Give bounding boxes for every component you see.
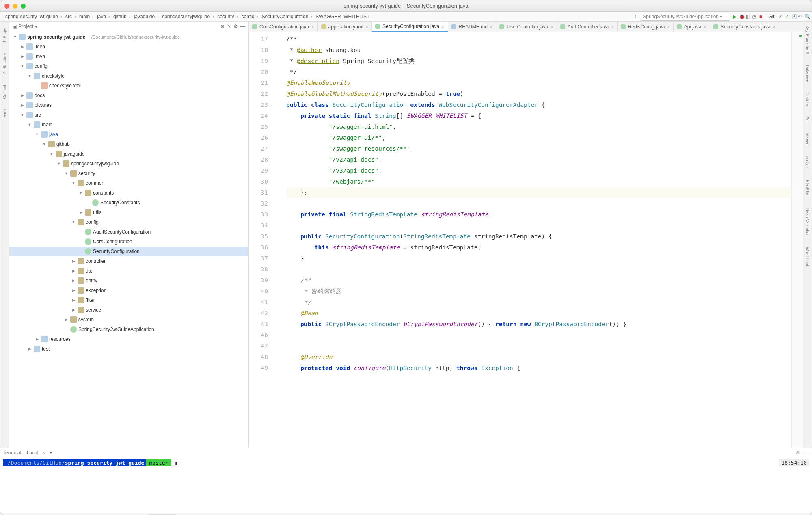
terminal-tab-local[interactable]: Local [27, 450, 39, 456]
expand-arrow-icon[interactable]: ▶ [20, 103, 25, 107]
tree-row[interactable]: ▼constants [9, 188, 248, 198]
collapse-icon[interactable]: ⇲ [227, 24, 231, 29]
tree-row[interactable]: ▼security [9, 169, 248, 178]
tree-row[interactable]: ▶filter [9, 295, 248, 305]
tree-row[interactable]: ▼checkstyle [9, 71, 248, 81]
debug-icon[interactable]: 🐞 [739, 14, 743, 19]
tree-row[interactable]: ▶system [9, 315, 248, 325]
expand-arrow-icon[interactable]: ▶ [71, 269, 76, 273]
settings-icon[interactable]: ⊕ [220, 24, 225, 29]
breadcrumb-item[interactable]: spring-security-jwt-guide [4, 14, 64, 19]
breadcrumb-item[interactable]: SWAGGER_WHITELIST [314, 14, 374, 19]
right-tool[interactable]: Codota [805, 93, 810, 106]
gear-icon[interactable]: ⚙ [233, 24, 238, 29]
editor-tab[interactable]: README.md× [448, 22, 497, 32]
vcs-revert-icon[interactable]: ↶ [798, 14, 802, 19]
run-icon[interactable]: ▶ [732, 14, 736, 19]
coverage-icon[interactable]: ◧ [745, 14, 749, 19]
terminal-hide-icon[interactable]: — [804, 450, 809, 456]
tree-row[interactable]: ▶entity [9, 276, 248, 286]
stop-icon[interactable]: ■ [758, 14, 762, 19]
tree-row[interactable]: ▶exception [9, 286, 248, 295]
close-tab-icon[interactable]: × [366, 24, 368, 29]
code-editor[interactable]: /** * @author shuang.kou * @description … [282, 32, 791, 448]
tree-row[interactable]: ▶controller [9, 256, 248, 266]
build-icon[interactable]: ⤸ [633, 14, 637, 19]
expand-arrow-icon[interactable]: ▶ [20, 54, 25, 58]
tree-row[interactable]: ▶docs [9, 91, 248, 100]
expand-arrow-icon[interactable]: ▶ [35, 337, 39, 341]
expand-arrow-icon[interactable]: ▼ [42, 142, 47, 146]
right-tool[interactable]: Maven [805, 133, 810, 145]
editor-tab[interactable]: application.yaml× [318, 22, 372, 32]
breadcrumb-item[interactable]: springsecurityjwtguide [160, 14, 216, 19]
expand-arrow-icon[interactable]: ▶ [20, 45, 25, 49]
expand-arrow-icon[interactable]: ▼ [64, 171, 69, 175]
profile-icon[interactable]: ◔ [752, 14, 756, 19]
run-config-select[interactable]: SpringSecurityJwtGuideApplication ▾ [640, 13, 730, 21]
expand-arrow-icon[interactable]: ▶ [27, 347, 32, 351]
breadcrumb-item[interactable]: src [64, 14, 78, 19]
tree-row[interactable]: checkstyle.xml [9, 81, 248, 91]
tree-row[interactable]: ▼src [9, 110, 248, 120]
vcs-update-icon[interactable]: ✓ [778, 14, 782, 19]
expand-arrow-icon[interactable]: ▼ [20, 64, 25, 68]
tree-row[interactable]: ▼java [9, 130, 248, 139]
expand-arrow-icon[interactable]: ▼ [56, 162, 61, 166]
expand-arrow-icon[interactable]: ▶ [71, 298, 76, 302]
vcs-history-icon[interactable]: 🕘 [791, 14, 795, 19]
right-tool[interactable]: Key Promoter X [805, 26, 810, 54]
terminal-gear-icon[interactable]: ⚙ [796, 450, 800, 456]
tree-row[interactable]: ▶dto [9, 266, 248, 276]
right-tool[interactable]: Database [805, 65, 810, 82]
right-tool[interactable]: Bean Validation [805, 208, 810, 236]
tree-row[interactable]: AuditSecurityConfiguration [9, 227, 248, 237]
close-tab-icon[interactable]: × [442, 24, 444, 29]
expand-arrow-icon[interactable]: ▼ [78, 191, 83, 195]
close-tab-icon[interactable]: × [611, 24, 613, 29]
expand-arrow-icon[interactable]: ▶ [20, 93, 25, 97]
editor-tab[interactable]: AuthController.java× [557, 22, 618, 32]
expand-arrow-icon[interactable]: ▶ [71, 288, 76, 292]
vcs-commit-icon[interactable]: ✓ [785, 14, 789, 19]
terminal-tab-close-icon[interactable]: × [42, 450, 45, 456]
tree-row[interactable]: ▼spring-security-jwt-guide~/Documents/Gi… [9, 32, 248, 42]
expand-arrow-icon[interactable]: ▶ [78, 210, 83, 214]
minimap[interactable] [791, 32, 803, 448]
expand-arrow-icon[interactable]: ▼ [35, 132, 39, 136]
editor-tab[interactable]: RedisConfig.java× [618, 22, 674, 32]
tree-row[interactable]: ▼main [9, 120, 248, 130]
tree-row[interactable]: CorsConfiguration [9, 237, 248, 247]
hide-icon[interactable]: — [240, 24, 245, 29]
breadcrumb-item[interactable]: github [112, 14, 132, 19]
expand-arrow-icon[interactable]: ▼ [27, 123, 32, 127]
tree-row[interactable]: SecurityConfiguration [9, 247, 248, 256]
left-tool[interactable]: 1: Project [2, 26, 7, 43]
expand-arrow-icon[interactable]: ▼ [71, 181, 76, 185]
tree-row[interactable]: ▼github [9, 139, 248, 149]
terminal-new-tab-icon[interactable]: + [49, 450, 52, 456]
expand-arrow-icon[interactable]: ▼ [20, 113, 25, 117]
editor-tab[interactable]: Api.java× [674, 22, 710, 32]
breadcrumb-item[interactable]: security [216, 14, 240, 19]
close-tab-icon[interactable]: × [667, 24, 669, 29]
tree-row[interactable]: ▼config [9, 217, 248, 227]
tree-row[interactable]: ▼config [9, 61, 248, 71]
tree-row[interactable]: SecurityConstants [9, 198, 248, 208]
right-tool[interactable]: Word Book [805, 247, 810, 267]
tree-row[interactable]: ▶pictures [9, 100, 248, 110]
breadcrumb-item[interactable]: main [78, 14, 95, 19]
expand-arrow-icon[interactable]: ▼ [71, 220, 76, 224]
expand-arrow-icon[interactable]: ▼ [49, 152, 54, 156]
expand-arrow-icon[interactable]: ▶ [71, 308, 76, 312]
tree-row[interactable]: ▶.idea [9, 42, 248, 52]
left-tool[interactable]: Learn [2, 109, 7, 120]
close-tab-icon[interactable]: × [773, 24, 775, 29]
expand-arrow-icon[interactable]: ▶ [71, 259, 76, 263]
left-tool[interactable]: Commit [2, 85, 7, 99]
tree-row[interactable]: ▼common [9, 178, 248, 188]
breadcrumb-item[interactable]: java [95, 14, 112, 19]
terminal-body[interactable]: ~/Documents/GitHub/spring-security-jwt-g… [0, 457, 812, 513]
search-icon[interactable]: 🔍 [804, 14, 808, 19]
editor-tab[interactable]: UserController.java× [496, 22, 557, 32]
